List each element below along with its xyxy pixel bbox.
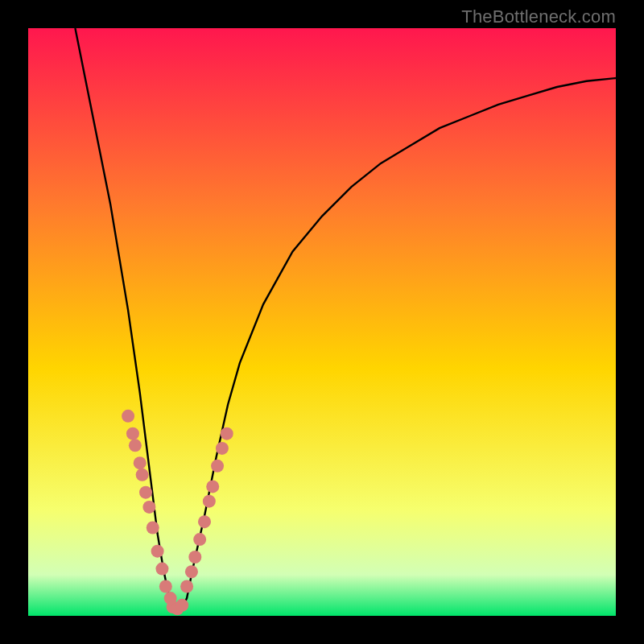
data-point [175, 599, 188, 612]
data-point [134, 456, 147, 469]
data-point [188, 551, 201, 564]
data-point [147, 522, 159, 535]
data-point [142, 501, 155, 514]
gradient-background [28, 28, 616, 616]
data-point [216, 442, 229, 455]
data-point [206, 480, 219, 493]
data-point [126, 427, 139, 440]
data-point [159, 580, 172, 593]
data-point [129, 439, 142, 452]
data-point [193, 533, 206, 546]
data-point [136, 469, 149, 481]
data-point [151, 545, 164, 558]
chart-frame [28, 28, 616, 616]
watermark-text: TheBottleneck.com [461, 6, 616, 27]
data-point [180, 580, 193, 593]
data-point [198, 515, 211, 528]
data-point [185, 565, 198, 578]
data-point [221, 427, 233, 440]
data-point [155, 563, 168, 576]
bottleneck-chart [28, 28, 616, 616]
data-point [122, 410, 134, 423]
data-point [203, 495, 216, 508]
data-point [139, 486, 152, 499]
data-point [211, 460, 224, 473]
